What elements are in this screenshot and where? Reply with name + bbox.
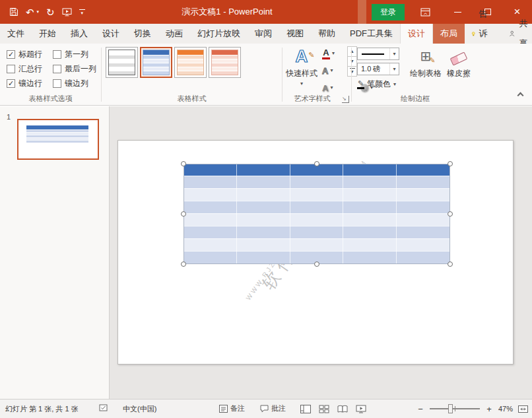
table-style-thumbnail-medium-blue[interactable]	[140, 47, 172, 78]
undo-dropdown-arrow[interactable]: ▾	[37, 9, 40, 15]
save-button[interactable]	[9, 7, 18, 17]
zoom-percentage[interactable]: 47%	[498, 405, 513, 413]
tab-home[interactable]: 开始	[32, 24, 63, 44]
quick-styles-label: 快速样式	[286, 68, 317, 79]
language-button[interactable]: 中文(中国)	[123, 404, 156, 414]
chevron-down-icon: ▾	[300, 81, 303, 87]
pen-color-button[interactable]: ✎ 笔颜色 ▾	[357, 79, 396, 90]
resize-handle[interactable]	[181, 261, 186, 267]
comments-bubble-icon	[260, 405, 269, 413]
person-icon	[509, 29, 515, 38]
save-icon	[9, 7, 18, 17]
tab-transitions[interactable]: 切换	[127, 24, 158, 44]
text-effects-button[interactable]: A ▾	[322, 81, 335, 95]
powerpoint-window: ↶ ▾ ↻ ▾ 演示文稿1 - PowerPoint 登录 × 文件 开始 插入…	[0, 0, 532, 418]
draw-table-icon: ⊞ ✎	[420, 46, 432, 66]
comments-button[interactable]: 批注	[260, 403, 286, 413]
reading-view-button[interactable]	[334, 401, 350, 416]
checkbox-first-column[interactable]: 第一列	[53, 49, 88, 60]
window-title: 演示文稿1 - PowerPoint	[182, 0, 272, 24]
slideshow-monitor-icon	[62, 8, 72, 17]
resize-handle[interactable]	[181, 161, 186, 166]
text-fill-button[interactable]: A ▾	[322, 46, 335, 61]
tab-help[interactable]: 帮助	[311, 24, 343, 44]
slide-table	[184, 164, 449, 263]
tab-table-design[interactable]: 设计	[400, 24, 433, 44]
tab-insert[interactable]: 插入	[63, 24, 95, 44]
table-style-thumbnail-medium-orange[interactable]	[174, 47, 207, 78]
eraser-icon-wrap	[451, 46, 467, 66]
login-button[interactable]: 登录	[372, 4, 405, 20]
slide-thumbnail[interactable]	[17, 119, 99, 160]
normal-view-button[interactable]	[297, 401, 314, 416]
wordart-tools: A ▾ A ▾ A ▾	[322, 46, 335, 98]
collapse-ribbon-button[interactable]	[518, 93, 524, 99]
table-tools-contextual-header	[358, 0, 366, 24]
checkbox-last-column[interactable]: 最后一列	[53, 63, 96, 75]
group-label: 表格样式选项	[0, 94, 101, 104]
tab-table-layout[interactable]: 布局	[433, 24, 465, 44]
repeat-button[interactable]: ↻	[46, 7, 55, 17]
zoom-slider-thumb[interactable]	[448, 404, 453, 413]
checkbox-icon	[7, 65, 15, 73]
resize-handle[interactable]	[448, 161, 453, 166]
zoom-out-button[interactable]: −	[416, 404, 424, 414]
zoom-in-button[interactable]: +	[485, 404, 493, 414]
pen-style-combo[interactable]: ▾	[357, 48, 399, 60]
checkbox-banded-rows[interactable]: ✓ 镶边行	[7, 78, 42, 89]
pen-style-dropdown[interactable]: ▾	[389, 48, 399, 59]
resize-handle[interactable]	[181, 211, 186, 217]
table-style-thumbnail-plain-grid[interactable]	[106, 47, 138, 78]
tab-animations[interactable]: 动画	[158, 24, 190, 44]
slide-sorter-view-button[interactable]	[316, 401, 332, 416]
notes-button[interactable]: 备注	[219, 403, 245, 413]
fit-to-window-icon[interactable]	[518, 405, 528, 413]
chevron-down-icon: ▾	[332, 51, 335, 56]
checkbox-banded-columns[interactable]: 镶边列	[53, 78, 88, 89]
color-swatch	[322, 57, 330, 59]
tab-slideshow[interactable]: 幻灯片放映	[190, 24, 248, 44]
ribbon-display-options-icon	[420, 8, 430, 17]
chevron-down-icon: ▾	[393, 67, 395, 72]
tab-review[interactable]: 审阅	[248, 24, 279, 44]
tab-design[interactable]: 设计	[95, 24, 127, 44]
tab-view[interactable]: 视图	[279, 24, 311, 44]
eraser-button[interactable]: 橡皮擦	[443, 46, 475, 100]
undo-button[interactable]: ↶	[26, 7, 34, 17]
checkbox-total-row[interactable]: 汇总行	[7, 63, 42, 75]
checkbox-icon	[53, 79, 61, 88]
resize-handle[interactable]	[314, 161, 319, 166]
pen-weight-combo[interactable]: 1.0 磅 ▾	[357, 63, 399, 75]
checkbox-label: 汇总行	[18, 63, 42, 75]
spell-check-button[interactable]	[99, 403, 108, 412]
minimize-button[interactable]	[443, 0, 473, 24]
chevron-down-icon: ▾	[330, 85, 333, 90]
resize-handle[interactable]	[448, 261, 453, 267]
share-button[interactable]: 共享	[498, 24, 532, 44]
start-slideshow-button[interactable]	[62, 8, 72, 17]
table-style-thumbnail-medium-red[interactable]	[209, 47, 241, 78]
slideshow-view-button[interactable]	[352, 401, 369, 416]
draw-table-button[interactable]: ⊞ ✎ 绘制表格	[410, 46, 442, 100]
resize-handle[interactable]	[314, 261, 319, 267]
slides-panel: 1	[0, 106, 110, 399]
tab-pdf-tools[interactable]: PDF工具集	[343, 24, 400, 44]
repeat-icon: ↻	[46, 7, 55, 17]
tell-me-button[interactable]: 告诉我	[465, 24, 498, 44]
ribbon-display-options-button[interactable]	[416, 0, 434, 24]
pen-weight-dropdown[interactable]: ▾	[389, 63, 399, 75]
table-style-gallery	[106, 47, 241, 78]
selected-table[interactable]	[184, 164, 449, 263]
slideshow-view-icon	[356, 405, 366, 413]
wordart-dialog-launcher[interactable]: ↘	[342, 96, 349, 103]
tab-file[interactable]: 文件	[0, 24, 32, 44]
chevron-up-icon	[517, 92, 524, 99]
checkbox-header-row[interactable]: ✓ 标题行	[7, 49, 42, 60]
customize-qat-button[interactable]: ▾	[79, 9, 85, 15]
zoom-slider[interactable]	[430, 408, 480, 409]
text-outline-button[interactable]: A ▾	[322, 63, 335, 78]
resize-handle[interactable]	[448, 211, 453, 217]
minimize-icon	[454, 12, 461, 13]
slide-canvas[interactable]: WWW.RJZXW.COM 软件自学网 WWW.RJZXW.COM	[117, 140, 514, 365]
group-label: 艺术字样式	[283, 94, 342, 104]
